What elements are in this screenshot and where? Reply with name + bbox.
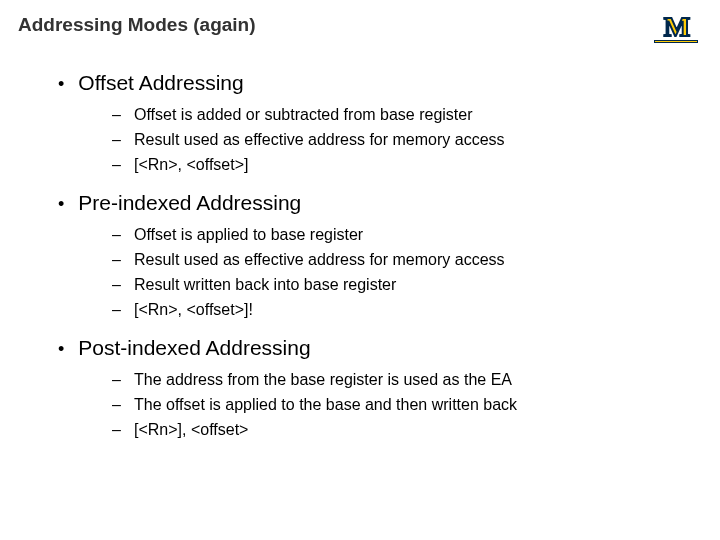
dash-icon: – xyxy=(112,223,122,247)
section-heading: Pre-indexed Addressing xyxy=(78,191,301,215)
dash-icon: – xyxy=(112,128,122,152)
item-text: [<Rn>, <offset>]! xyxy=(134,298,253,322)
list-item: –[<Rn>, <offset>]! xyxy=(112,298,680,322)
dash-icon: – xyxy=(112,393,122,417)
list-item: –Result used as effective address for me… xyxy=(112,248,680,272)
list-item: –[<Rn>], <offset> xyxy=(112,418,680,442)
dash-icon: – xyxy=(112,103,122,127)
section-offset-addressing: • Offset Addressing –Offset is added or … xyxy=(58,71,680,177)
section-postindexed-addressing: • Post-indexed Addressing –The address f… xyxy=(58,336,680,442)
bullet-icon: • xyxy=(58,340,64,358)
list-item: –[<Rn>, <offset>] xyxy=(112,153,680,177)
section-preindexed-addressing: • Pre-indexed Addressing –Offset is appl… xyxy=(58,191,680,322)
michigan-logo: M xyxy=(654,14,698,43)
item-text: Result used as effective address for mem… xyxy=(134,128,505,152)
section-head: • Post-indexed Addressing xyxy=(58,336,680,360)
sub-list: –The address from the base register is u… xyxy=(58,368,680,442)
dash-icon: – xyxy=(112,248,122,272)
dash-icon: – xyxy=(112,153,122,177)
dash-icon: – xyxy=(112,298,122,322)
item-text: [<Rn>, <offset>] xyxy=(134,153,248,177)
slide-title: Addressing Modes (again) xyxy=(18,14,256,36)
bullet-icon: • xyxy=(58,75,64,93)
item-text: Offset is applied to base register xyxy=(134,223,363,247)
item-text: Result used as effective address for mem… xyxy=(134,248,505,272)
section-head: • Offset Addressing xyxy=(58,71,680,95)
list-item: –Offset is added or subtracted from base… xyxy=(112,103,680,127)
section-heading: Post-indexed Addressing xyxy=(78,336,310,360)
item-text: Offset is added or subtracted from base … xyxy=(134,103,473,127)
list-item: –Result written back into base register xyxy=(112,273,680,297)
section-head: • Pre-indexed Addressing xyxy=(58,191,680,215)
slide-content: • Offset Addressing –Offset is added or … xyxy=(0,43,720,442)
dash-icon: – xyxy=(112,368,122,392)
list-item: –The offset is applied to the base and t… xyxy=(112,393,680,417)
item-text: Result written back into base register xyxy=(134,273,396,297)
sub-list: –Offset is applied to base register –Res… xyxy=(58,223,680,322)
item-text: The offset is applied to the base and th… xyxy=(134,393,517,417)
logo-letter-m-icon: M xyxy=(664,14,688,39)
item-text: [<Rn>], <offset> xyxy=(134,418,248,442)
slide-header: Addressing Modes (again) M xyxy=(0,0,720,43)
dash-icon: – xyxy=(112,418,122,442)
logo-underline-icon xyxy=(654,40,698,43)
sub-list: –Offset is added or subtracted from base… xyxy=(58,103,680,177)
bullet-icon: • xyxy=(58,195,64,213)
dash-icon: – xyxy=(112,273,122,297)
list-item: –Offset is applied to base register xyxy=(112,223,680,247)
list-item: –Result used as effective address for me… xyxy=(112,128,680,152)
section-heading: Offset Addressing xyxy=(78,71,243,95)
item-text: The address from the base register is us… xyxy=(134,368,512,392)
list-item: –The address from the base register is u… xyxy=(112,368,680,392)
